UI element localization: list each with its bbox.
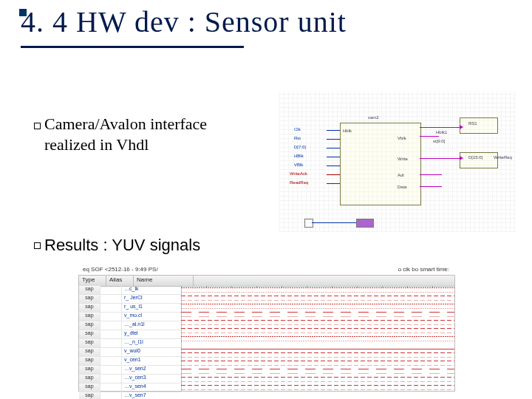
signal-row: sap…v_sen7 [79, 392, 181, 399]
net-label: WriteReq [494, 155, 512, 160]
signal-trace [181, 375, 454, 383]
signal-trace [181, 351, 454, 359]
port-label: Write [398, 157, 408, 161]
signal-trace [181, 294, 454, 302]
signal-row: sap…_n_l1l [79, 339, 181, 348]
bullet-marker [34, 242, 41, 249]
signal-trace [181, 310, 454, 318]
port-label: Vblk [398, 136, 406, 140]
signal-row: sapv_wol0 [79, 348, 181, 357]
signal-row: sap…c_lk [79, 286, 181, 295]
signal-row: sap…v_sen4 [79, 383, 181, 392]
col-alias: Alias [106, 276, 134, 286]
block-label: cam2 [368, 115, 379, 120]
bullet-text: Results : YUV signals [44, 236, 200, 254]
block-main [340, 123, 421, 205]
title-underline [21, 46, 244, 48]
net-label: st[9:0] [433, 139, 445, 143]
col-name: Name [134, 276, 194, 286]
schematic-diagram: cam2 Clk Rst D[7:0] HBlk VBlk WriteAck R… [279, 92, 516, 232]
port-label: VBlk [294, 163, 303, 167]
signal-row: sapr_ us_l1 [79, 304, 181, 313]
port-label: Hblk [343, 129, 352, 133]
port-label: D[7:0] [294, 145, 306, 149]
port-label: HBlk [294, 154, 304, 158]
signal-row: sapv_cen1 [79, 357, 181, 366]
waveform-viewer: eq SOF <2512-16 - 9:49 PS/ o clk bo smar… [78, 266, 454, 392]
block-aux-1 [460, 117, 498, 134]
bullet-results: Results : YUV signals [44, 235, 266, 256]
net-label: Hblk1 [436, 130, 447, 134]
signal-row: sapy_dtel [79, 330, 181, 339]
signal-trace [181, 327, 454, 335]
port-label: Rst [294, 136, 301, 140]
signal-trace [181, 383, 454, 391]
bullet-text: Camera/Avalon interface realized in Vhdl [44, 115, 207, 154]
net-label: D[15:0] [468, 155, 482, 160]
bullet-camera-avalon: Camera/Avalon interface realized in Vhdl [44, 114, 214, 154]
port-label: Adr [398, 173, 404, 177]
signal-row: sapv_mo.cl [79, 313, 181, 321]
port-label: ReadReq [290, 180, 308, 185]
signal-trace [181, 343, 454, 351]
slide-title: 4. 4 HW dev : Sensor unit [21, 5, 347, 38]
signal-trace [181, 335, 454, 343]
signal-row: sap…v_sen2 [79, 366, 181, 375]
signal-row: sap…_al.n1l [79, 321, 181, 330]
port-label: Clk [294, 127, 301, 132]
signal-trace [181, 286, 454, 294]
waveform-clock-label: o clk bo smart time: [398, 266, 449, 273]
port-label: WriteAck [290, 171, 307, 176]
signal-trace [181, 359, 454, 367]
signal-trace [181, 367, 454, 375]
waveform-header: Type Alias Name [79, 276, 454, 287]
bullet-marker [34, 123, 41, 129]
signal-trace [181, 302, 454, 310]
net-label: RS1 [468, 121, 477, 126]
col-type: Type [79, 276, 106, 286]
signal-trace [181, 318, 454, 327]
waveform-title: eq SOF <2512-16 - 9:49 PS/ [83, 266, 158, 273]
signal-row: sap…v_cen3 [79, 375, 181, 383]
port-label: Data [398, 185, 407, 189]
signal-row: sapr_ JerCl [79, 295, 181, 304]
